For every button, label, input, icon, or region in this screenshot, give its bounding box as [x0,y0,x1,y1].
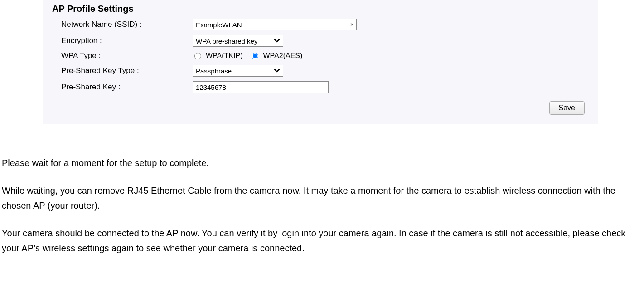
wpa-type-label: WPA Type : [61,51,193,60]
psk-type-row: Pre-Shared Key Type : Passphrase [61,65,589,77]
encryption-select[interactable]: WPA pre-shared key [193,35,283,47]
panel-title: AP Profile Settings [52,4,589,14]
wpa-type-row: WPA Type : WPA(TKIP) WPA2(AES) [61,51,589,60]
save-row: Save [61,101,589,115]
psk-input[interactable] [193,81,329,93]
ssid-field-wrapper: × [193,19,357,30]
wpa-tkip-radio[interactable] [194,53,201,59]
encryption-label: Encryption : [61,36,193,45]
psk-type-value: Passphrase [196,67,232,75]
ssid-row: Network Name (SSID) : × [61,19,589,30]
instruction-p3: Your camera should be connected to the A… [2,226,642,256]
encryption-row: Encryption : WPA pre-shared key [61,35,589,47]
ssid-input[interactable] [193,19,357,30]
wpa2-aes-radio[interactable] [252,53,258,59]
psk-label: Pre-Shared Key : [61,83,193,92]
chevron-down-icon [274,37,280,45]
chevron-down-icon [274,67,280,75]
psk-type-select[interactable]: Passphrase [193,65,283,77]
wpa2-aes-label: WPA2(AES) [263,52,302,60]
wpa-tkip-label: WPA(TKIP) [206,52,242,60]
wpa-type-radio-group: WPA(TKIP) WPA2(AES) [193,52,302,60]
encryption-value: WPA pre-shared key [196,37,257,45]
psk-type-label: Pre-Shared Key Type : [61,66,193,75]
instructions-text: Please wait for a moment for the setup t… [0,156,644,267]
ap-profile-settings-panel: AP Profile Settings Network Name (SSID) … [43,0,598,124]
instruction-p1: Please wait for a moment for the setup t… [2,156,642,171]
ssid-label: Network Name (SSID) : [61,20,193,29]
save-button[interactable]: Save [549,101,585,115]
instruction-p2: While waiting, you can remove RJ45 Ether… [2,183,642,213]
psk-row: Pre-Shared Key : [61,81,589,93]
clear-ssid-icon[interactable]: × [350,21,354,28]
